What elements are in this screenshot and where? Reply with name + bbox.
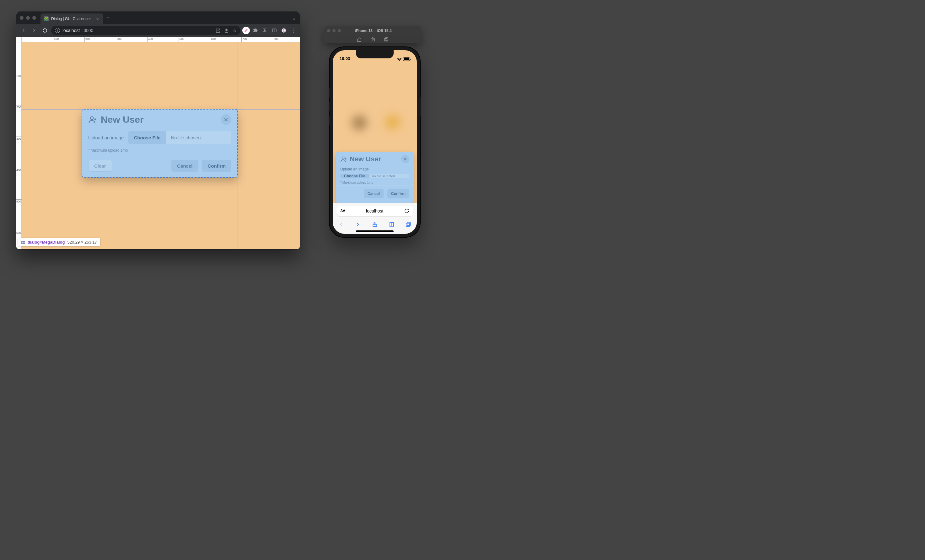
- safari-share-button[interactable]: [372, 221, 378, 227]
- media-icon[interactable]: [261, 27, 269, 34]
- simulator-traffic-lights[interactable]: [327, 29, 341, 32]
- guide-vertical[interactable]: [238, 42, 238, 249]
- simulator-titlebar: iPhone 13 – iOS 15.4: [324, 26, 421, 43]
- notch: [356, 50, 393, 59]
- profile-icon[interactable]: [280, 27, 288, 34]
- reader-aa-icon[interactable]: AA: [340, 209, 345, 213]
- dialog-header: New User: [82, 109, 238, 129]
- ruler-tick: 500: [179, 38, 184, 41]
- devtools-element-chip[interactable]: ▦ dialog#MegaDialog 520.29 × 263.17: [18, 238, 100, 246]
- dialog-close-button[interactable]: [401, 155, 409, 163]
- window-minimize-icon[interactable]: [332, 29, 336, 32]
- browser-viewport: 100 200 300 400 500 600 700 800 900 100 …: [16, 37, 300, 249]
- extensions-icon[interactable]: [252, 27, 259, 34]
- file-status: No file chosen: [166, 131, 231, 144]
- open-external-icon[interactable]: [215, 28, 220, 33]
- window-zoom-icon[interactable]: [338, 29, 341, 32]
- blur-blob: [351, 115, 367, 131]
- upload-row: Upload an image Choose File no file sele…: [340, 167, 409, 178]
- simulator-toolbar: [324, 35, 421, 43]
- dialog-title: New User: [350, 155, 381, 163]
- tab-close-icon[interactable]: ×: [95, 16, 100, 22]
- status-time: 10:03: [340, 56, 350, 61]
- simulator-title: iPhone 13 – iOS 15.4: [341, 29, 405, 33]
- share-icon[interactable]: [224, 28, 229, 33]
- file-input[interactable]: Choose File no file selected: [340, 174, 409, 178]
- screenshot-icon[interactable]: [371, 37, 375, 42]
- safari-back-button[interactable]: [338, 221, 344, 227]
- dialog-footer: Cancel Confirm: [336, 185, 414, 201]
- cancel-button[interactable]: Cancel: [364, 189, 384, 199]
- nav-forward-button[interactable]: [30, 26, 39, 35]
- file-input[interactable]: Choose File No file chosen: [128, 131, 231, 144]
- browser-menu-icon[interactable]: ⋮: [289, 27, 297, 34]
- window-minimize-icon[interactable]: [26, 16, 30, 20]
- battery-icon: [403, 57, 410, 61]
- add-user-icon: [88, 115, 97, 124]
- ruler-tick: 600: [211, 38, 215, 41]
- address-bar[interactable]: i localhost:3000 ☆: [51, 26, 240, 35]
- home-indicator[interactable]: [356, 230, 393, 232]
- address-port: :3000: [82, 28, 93, 33]
- element-dimensions: 520.29 × 263.17: [67, 240, 97, 244]
- sidepanel-icon[interactable]: [271, 27, 278, 34]
- iphone-screen[interactable]: 10:03 New User: [333, 50, 417, 234]
- browser-window: 🧩 Dialog | GUI Challenges × + ⌄ i localh…: [16, 12, 300, 249]
- choose-file-button[interactable]: Choose File: [340, 174, 369, 178]
- ruler-tick: 500: [16, 200, 21, 203]
- ruler-horizontal[interactable]: 100 200 300 400 500 600 700 800 900: [22, 37, 300, 42]
- ruler-tick: 200: [85, 38, 90, 41]
- safari-reload-icon[interactable]: [404, 208, 409, 214]
- window-zoom-icon[interactable]: [32, 16, 36, 20]
- page-canvas[interactable]: New User Upload an image Choose File No …: [22, 42, 300, 249]
- mega-dialog[interactable]: New User Upload an image Choose File No …: [82, 109, 238, 178]
- new-tab-button[interactable]: +: [103, 12, 113, 24]
- window-traffic-lights[interactable]: [20, 12, 41, 24]
- add-user-icon: [340, 156, 347, 163]
- upload-hint: * Maximum upload 1mb: [340, 181, 409, 184]
- safari-content[interactable]: New User Upload an image Choose File no …: [333, 62, 417, 203]
- safari-bookmarks-button[interactable]: [389, 221, 395, 227]
- dialog-close-button[interactable]: [221, 114, 231, 125]
- ruler-vertical[interactable]: 100 200 300 400 500 600: [16, 42, 22, 249]
- blur-blob: [385, 114, 401, 130]
- nav-back-button[interactable]: [19, 26, 28, 35]
- window-close-icon[interactable]: [20, 16, 24, 20]
- ruler-tick: 400: [148, 38, 153, 41]
- cancel-button[interactable]: Cancel: [172, 160, 198, 172]
- safari-forward-button[interactable]: [355, 221, 361, 227]
- tab-list-dropdown[interactable]: ⌄: [288, 12, 300, 24]
- svg-point-16: [342, 157, 344, 159]
- svg-rect-23: [407, 222, 411, 226]
- svg-rect-15: [384, 38, 387, 41]
- clear-button[interactable]: Clear: [88, 160, 112, 172]
- upload-hint: * Maximum upload 1mb: [88, 148, 231, 152]
- svg-rect-12: [371, 38, 374, 41]
- ruler-tick: 400: [16, 169, 21, 172]
- ruler-tick: 300: [16, 137, 21, 140]
- confirm-button[interactable]: Confirm: [202, 160, 232, 172]
- ruler-tick: 100: [54, 38, 59, 41]
- nav-reload-button[interactable]: [41, 26, 49, 35]
- wifi-icon: [397, 57, 402, 61]
- window-close-icon[interactable]: [327, 29, 330, 32]
- safari-tabs-button[interactable]: [405, 221, 411, 227]
- site-info-icon[interactable]: i: [55, 28, 60, 33]
- extension-icon-1[interactable]: [242, 27, 250, 34]
- toolbar-extensions: ⋮: [242, 27, 297, 34]
- safari-address-bar[interactable]: AA localhost: [336, 206, 413, 216]
- mega-dialog-mobile[interactable]: New User Upload an image Choose File no …: [336, 152, 414, 203]
- safari-chrome: AA localhost: [333, 203, 417, 234]
- dialog-footer: Clear Cancel Confirm: [82, 155, 238, 178]
- share-icon[interactable]: [384, 37, 389, 42]
- browser-tab[interactable]: 🧩 Dialog | GUI Challenges ×: [41, 14, 103, 24]
- choose-file-button[interactable]: Choose File: [128, 131, 166, 144]
- ruler-tick: 100: [16, 74, 21, 78]
- bookmark-star-icon[interactable]: ☆: [233, 28, 237, 33]
- home-icon[interactable]: [357, 37, 362, 42]
- svg-rect-24: [406, 223, 410, 227]
- confirm-button[interactable]: Confirm: [387, 189, 409, 199]
- dialog-body: Upload an image Choose File no file sele…: [336, 166, 414, 185]
- grid-icon: ▦: [21, 239, 25, 244]
- upload-row: Upload an image Choose File No file chos…: [88, 131, 231, 144]
